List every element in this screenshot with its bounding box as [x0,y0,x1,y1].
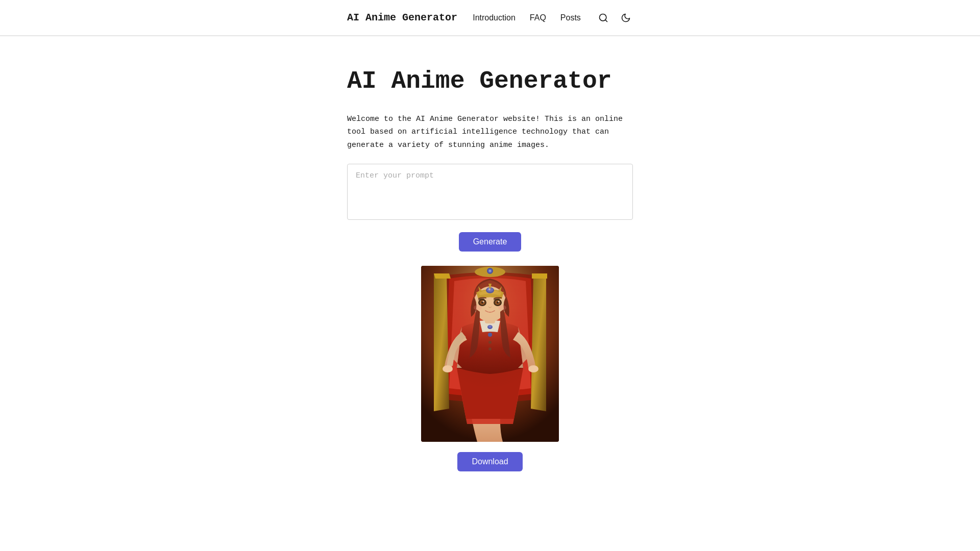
header-actions [596,11,633,25]
dark-mode-button[interactable] [619,11,633,25]
nav-posts[interactable]: Posts [560,13,581,22]
nav-introduction[interactable]: Introduction [473,13,516,22]
prompt-input[interactable] [347,164,633,220]
moon-icon [621,13,631,23]
svg-line-1 [605,19,607,21]
site-header: AI Anime Generator Introduction FAQ Post… [0,0,980,36]
svg-rect-35 [421,266,559,442]
page-description: Welcome to the AI Anime Generator websit… [347,113,633,152]
main-content: AI Anime Generator Welcome to the AI Ani… [347,36,633,512]
anime-illustration [421,266,559,442]
download-button[interactable]: Download [457,452,522,471]
main-nav: Introduction FAQ Posts [473,13,581,22]
nav-faq[interactable]: FAQ [530,13,546,22]
search-button[interactable] [596,11,610,25]
anime-image [421,266,559,442]
site-logo[interactable]: AI Anime Generator [347,12,457,23]
generate-button[interactable]: Generate [459,232,522,252]
search-icon [598,13,608,23]
page-title: AI Anime Generator [347,67,633,96]
anime-image-container [347,266,633,442]
